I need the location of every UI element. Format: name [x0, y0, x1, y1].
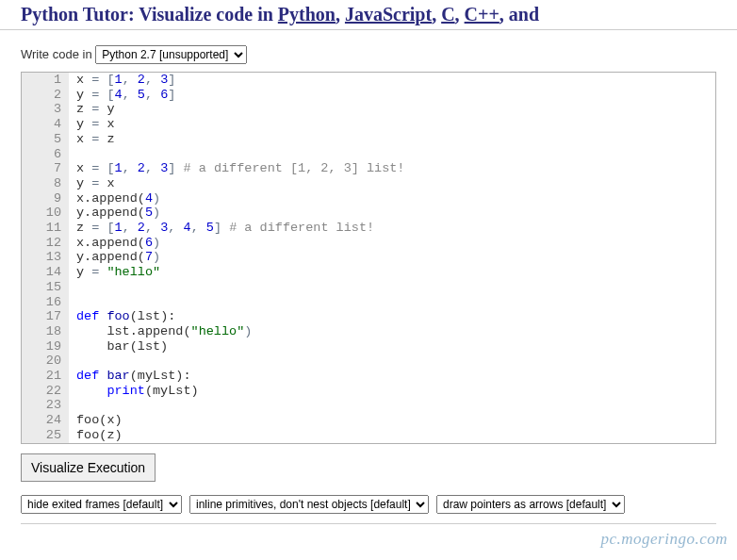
code-line[interactable]: 6: [22, 147, 715, 162]
code-content[interactable]: x = z: [69, 132, 115, 147]
code-line[interactable]: 21def bar(myLst):: [22, 369, 715, 384]
code-editor[interactable]: 1x = [1, 2, 3]2y = [4, 5, 6]3z = y4y = x…: [21, 72, 716, 444]
code-content[interactable]: foo(x): [69, 413, 123, 428]
code-content[interactable]: def bar(myLst):: [69, 369, 191, 384]
line-number: 11: [22, 221, 69, 236]
visualize-execution-button[interactable]: Visualize Execution: [21, 453, 156, 482]
lang-link-python[interactable]: Python: [278, 4, 336, 25]
code-line[interactable]: 11z = [1, 2, 3, 4, 5] # a different list…: [22, 221, 715, 236]
code-content[interactable]: bar(lst): [69, 339, 168, 354]
code-line[interactable]: 18 lst.append("hello"): [22, 324, 715, 339]
frames-option-select[interactable]: hide exited frames [default]: [21, 495, 182, 514]
line-number: 24: [22, 413, 69, 428]
code-content[interactable]: [69, 398, 76, 413]
line-number: 17: [22, 309, 69, 324]
line-number: 16: [22, 295, 69, 310]
code-line[interactable]: 17def foo(lst):: [22, 309, 715, 324]
code-content[interactable]: lst.append("hello"): [69, 324, 252, 339]
lang-link-javascript[interactable]: JavaScript: [345, 4, 432, 25]
code-line[interactable]: 8y = x: [22, 176, 715, 191]
title-suffix: , and: [500, 4, 539, 25]
options-row: hide exited frames [default] inline prim…: [0, 489, 737, 519]
page-title: Python Tutor: Visualize code in Python, …: [0, 0, 737, 30]
line-number: 19: [22, 339, 69, 354]
code-content[interactable]: y = x: [69, 176, 115, 191]
lang-link-cpp[interactable]: C++: [465, 4, 500, 25]
code-content[interactable]: x = [1, 2, 3]: [69, 73, 175, 88]
code-line[interactable]: 13y.append(7): [22, 250, 715, 265]
line-number: 20: [22, 354, 69, 369]
code-content[interactable]: z = [1, 2, 3, 4, 5] # a different list!: [69, 221, 374, 236]
code-line[interactable]: 23: [22, 398, 715, 413]
line-number: 18: [22, 324, 69, 339]
code-content[interactable]: [69, 280, 76, 295]
line-number: 2: [22, 88, 69, 103]
language-controls: Write code in Python 2.7 [unsupported]: [0, 30, 737, 70]
code-line[interactable]: 10y.append(5): [22, 206, 715, 221]
code-line[interactable]: 5x = z: [22, 132, 715, 147]
code-content[interactable]: z = y: [69, 102, 115, 117]
code-content[interactable]: y.append(7): [69, 250, 160, 265]
line-number: 10: [22, 206, 69, 221]
code-content[interactable]: x.append(4): [69, 191, 160, 206]
line-number: 3: [22, 102, 69, 117]
code-line[interactable]: 2y = [4, 5, 6]: [22, 88, 715, 103]
line-number: 8: [22, 176, 69, 191]
code-content[interactable]: y = x: [69, 117, 115, 132]
code-line[interactable]: 24foo(x): [22, 413, 715, 428]
line-number: 1: [22, 73, 69, 88]
code-content[interactable]: [69, 147, 76, 162]
line-number: 21: [22, 369, 69, 384]
code-line[interactable]: 19 bar(lst): [22, 339, 715, 354]
line-number: 12: [22, 236, 69, 251]
code-line[interactable]: 9x.append(4): [22, 191, 715, 206]
code-line[interactable]: 4y = x: [22, 117, 715, 132]
language-select[interactable]: Python 2.7 [unsupported]: [95, 45, 247, 64]
code-line[interactable]: 12x.append(6): [22, 236, 715, 251]
code-line[interactable]: 7x = [1, 2, 3] # a different [1, 2, 3] l…: [22, 161, 715, 176]
primitives-option-select[interactable]: inline primitives, don't nest objects [d…: [189, 495, 429, 514]
code-content[interactable]: print(myLst): [69, 384, 199, 399]
code-content[interactable]: y.append(5): [69, 206, 160, 221]
code-content[interactable]: foo(z): [69, 428, 123, 443]
code-line[interactable]: 20: [22, 354, 715, 369]
title-prefix: Python Tutor: Visualize code in: [21, 4, 278, 25]
code-line[interactable]: 22 print(myLst): [22, 384, 715, 399]
code-line[interactable]: 16: [22, 295, 715, 310]
code-line[interactable]: 25foo(z): [22, 428, 715, 443]
lang-link-c[interactable]: C: [441, 4, 454, 25]
code-line[interactable]: 3z = y: [22, 102, 715, 117]
code-content[interactable]: [69, 295, 76, 310]
code-content[interactable]: x.append(6): [69, 236, 160, 251]
line-number: 22: [22, 384, 69, 399]
code-content[interactable]: y = "hello": [69, 265, 160, 280]
code-content[interactable]: x = [1, 2, 3] # a different [1, 2, 3] li…: [69, 161, 404, 176]
line-number: 7: [22, 161, 69, 176]
code-content[interactable]: def foo(lst):: [69, 309, 175, 324]
code-line[interactable]: 14y = "hello": [22, 265, 715, 280]
code-content[interactable]: [69, 354, 76, 369]
line-number: 5: [22, 132, 69, 147]
code-line[interactable]: 15: [22, 280, 715, 295]
code-content[interactable]: y = [4, 5, 6]: [69, 88, 175, 103]
line-number: 13: [22, 250, 69, 265]
line-number: 6: [22, 147, 69, 162]
divider: [21, 523, 716, 524]
line-number: 14: [22, 265, 69, 280]
line-number: 23: [22, 398, 69, 413]
line-number: 15: [22, 280, 69, 295]
line-number: 9: [22, 191, 69, 206]
write-code-label: Write code in: [21, 47, 95, 61]
line-number: 25: [22, 428, 69, 443]
code-line[interactable]: 1x = [1, 2, 3]: [22, 73, 715, 88]
pointers-option-select[interactable]: draw pointers as arrows [default]: [436, 495, 625, 514]
line-number: 4: [22, 117, 69, 132]
